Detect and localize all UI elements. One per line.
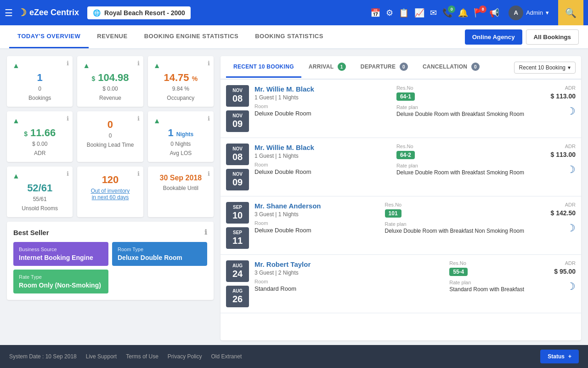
res-label: Res.No <box>396 144 524 149</box>
tab-todays-overview[interactable]: TODAY'S OVERVIEW <box>9 25 89 48</box>
stat-inventory: ℹ 120 Out of inventoryin next 60 days <box>77 167 143 217</box>
stat-bookable-until: ℹ 30 Sep 2018 Bookable Until <box>148 167 214 217</box>
guest-name[interactable]: Mr. Willie M. Black <box>254 85 391 93</box>
header-icons: 📅 ⚙ 📋 📈 ✉ 📞 0 🔔 🚩 8 📢 A Admin ▾ <box>370 6 549 20</box>
info-icon[interactable]: ℹ <box>208 170 210 177</box>
arrow-up-icon: ▲ <box>153 117 161 125</box>
rate-plan-value: Deluxe Double Room with Breakfast Non Sm… <box>385 228 524 234</box>
tab-recent-10-booking[interactable]: RECENT 10 BOOKING <box>226 57 301 78</box>
info-icon[interactable]: ℹ <box>67 115 69 122</box>
chart-icon[interactable]: 📈 <box>414 8 424 18</box>
res-badge: 64-1 <box>396 92 415 101</box>
info-icon[interactable]: ℹ <box>137 170 140 177</box>
occupancy-label: Occupancy <box>153 95 208 101</box>
adr-value: $ 142.50 <box>530 209 576 217</box>
date-range: Sep 10 Sep 11 <box>226 202 249 249</box>
phone-icon[interactable]: 📞 0 <box>442 8 452 18</box>
report-icon[interactable]: 📋 <box>399 8 409 18</box>
tab-booking-statistics[interactable]: BOOKING STATISTICS <box>247 25 332 48</box>
bell-icon[interactable]: 🔔 <box>458 8 468 18</box>
flag-badge: 8 <box>479 6 486 13</box>
cancellation-badge: 0 <box>471 63 480 71</box>
bs-room-type-label: Room Type <box>118 247 202 252</box>
footer: System Date : 10 Sep 2018 Live Support T… <box>0 345 588 347</box>
user-area[interactable]: A Admin ▾ <box>509 6 549 20</box>
tools-icon[interactable]: ⚙ <box>386 8 393 18</box>
bs-room-type-value: Deluxe Double Room <box>118 254 202 261</box>
room-label: Room <box>254 162 391 167</box>
booking-res: Res.No 64-2 Rate plan Deluxe Double Room… <box>396 144 524 190</box>
info-icon[interactable]: ℹ <box>67 170 69 177</box>
booking-adr: ADR $ 95.00 ☽ <box>530 260 576 307</box>
guest-name[interactable]: Mr. Willie M. Black <box>254 144 391 151</box>
best-seller-title: Best Seller ℹ <box>13 228 207 236</box>
date-range: Aug 24 Aug 26 <box>226 260 249 307</box>
booking-tabs: RECENT 10 BOOKING ARRIVAL 1 DEPARTURE 0 … <box>220 56 581 80</box>
arrow-up-icon: ▲ <box>83 62 90 69</box>
guest-name[interactable]: Mr. Robert Taylor <box>254 260 444 268</box>
logo-text: eZee Centrix <box>29 8 79 17</box>
date-range: Nov 08 Nov 09 <box>226 144 249 190</box>
stat-bookings: ▲ ℹ 1 0 Bookings <box>7 56 73 107</box>
room-value: Deluxe Double Room <box>254 227 379 234</box>
search-button[interactable]: 🔍 <box>558 0 583 25</box>
info-icon[interactable]: ℹ <box>137 115 140 122</box>
adr-label: ADR <box>12 150 67 156</box>
rate-plan-value: Deluxe Double Room with Breakfast Smokin… <box>396 169 524 176</box>
stat-unsold-rooms: ▲ ℹ 52/61 55/61 Unsold Rooms <box>7 167 73 217</box>
tab-departure[interactable]: DEPARTURE 0 <box>353 56 415 79</box>
room-label: Room <box>254 220 379 226</box>
stat-adr: ▲ ℹ $ 11.66 $ 0.00 ADR <box>7 111 73 162</box>
online-agency-button[interactable]: Online Agency <box>465 29 522 45</box>
info-icon[interactable]: ℹ <box>137 60 140 67</box>
guest-meta: 1 Guest | 1 Nights <box>254 94 391 101</box>
avg-los-sub: 0 Nights <box>153 141 208 147</box>
avg-los-label: Avg LOS <box>153 150 208 156</box>
info-icon[interactable]: ℹ <box>208 115 210 122</box>
tab-revenue[interactable]: REVENUE <box>89 25 136 48</box>
booking-filter-dropdown[interactable]: Recent 10 Booking ▾ <box>514 62 576 74</box>
checkout-date: Nov 09 <box>226 110 249 132</box>
tab-cancellation[interactable]: CANCELLATION 0 <box>415 56 487 79</box>
inventory-sub[interactable]: Out of inventoryin next 60 days <box>83 188 137 201</box>
guest-name[interactable]: Mr. Shane Anderson <box>254 202 379 210</box>
message-icon[interactable]: ✉ <box>430 8 437 18</box>
res-label: Res.No <box>396 85 524 91</box>
avatar: A <box>509 6 523 20</box>
all-bookings-button[interactable]: All Bookings <box>526 29 579 45</box>
checkout-date: Sep 11 <box>226 227 249 249</box>
booking-panel: RECENT 10 BOOKING ARRIVAL 1 DEPARTURE 0 … <box>220 56 581 340</box>
tab-booking-engine-statistics[interactable]: BOOKING ENGINE STATISTICS <box>136 25 247 48</box>
moon-logo-icon: ☽ <box>17 7 27 19</box>
best-seller-info-icon[interactable]: ℹ <box>204 228 207 236</box>
flag-icon[interactable]: 🚩 8 <box>474 8 484 18</box>
rate-plan-value: Deluxe Double Room with Breakfast Smokin… <box>396 111 524 117</box>
best-seller-panel: Best Seller ℹ Business Source Internet B… <box>7 222 214 300</box>
checkin-date: Sep 10 <box>226 202 249 224</box>
booking-res: Res.No 55-4 Rate plan Standard Room with… <box>449 260 524 307</box>
info-icon[interactable]: ℹ <box>67 60 69 67</box>
menu-icon[interactable]: ☰ <box>5 7 13 18</box>
adr-label: ADR <box>530 260 576 266</box>
hotel-selector[interactable]: 🌐 Royal Beach Resort - 2000 <box>87 6 191 19</box>
calendar-icon[interactable]: 📅 <box>370 8 380 18</box>
main-content: ▲ ℹ 1 0 Bookings ▲ ℹ $ 104.98 $ 0.00 Rev… <box>0 49 588 347</box>
tab-arrival[interactable]: ARRIVAL 1 <box>301 56 353 79</box>
guest-meta: 3 Guest | 2 Nights <box>254 270 444 276</box>
stat-occupancy: ▲ ℹ 14.75 % 9.84 % Occupancy <box>148 56 214 107</box>
unsold-rooms-label: Unsold Rooms <box>12 205 67 212</box>
booking-details: Mr. Willie M. Black 1 Guest | 1 Nights R… <box>254 85 391 132</box>
stats-grid: ▲ ℹ 1 0 Bookings ▲ ℹ $ 104.98 $ 0.00 Rev… <box>7 56 214 217</box>
stat-revenue: ▲ ℹ $ 104.98 $ 0.00 Revenue <box>77 56 143 107</box>
lead-time-label: Booking Lead Time <box>83 142 137 148</box>
res-badge: 64-2 <box>396 151 415 159</box>
info-icon[interactable]: ℹ <box>208 60 210 67</box>
phone-badge: 0 <box>448 6 455 13</box>
speaker-icon[interactable]: 📢 <box>489 8 499 18</box>
bs-rate-type: Rate Type Room Only (Non-Smoking) <box>13 270 108 293</box>
rate-plan-label: Rate plan <box>396 104 524 110</box>
moon-icon: ☽ <box>530 164 576 176</box>
user-dropdown-arrow: ▾ <box>546 9 549 16</box>
bookings-sub: 0 <box>12 86 67 92</box>
moon-icon: ☽ <box>530 222 576 234</box>
